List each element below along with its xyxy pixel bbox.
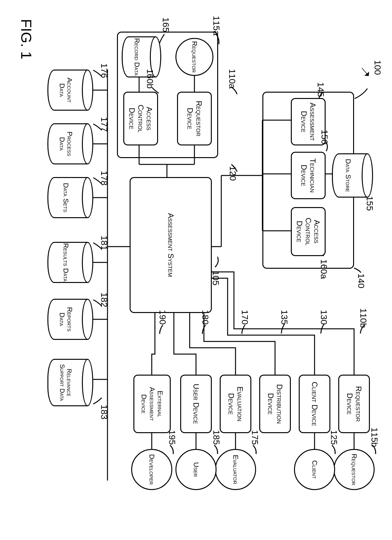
requestor-device-a-label: Requestor Device <box>186 94 203 143</box>
record-data-db: Record Data <box>122 36 161 77</box>
ref-180: 180 <box>200 310 210 325</box>
ref-115a: 115a <box>211 16 221 35</box>
evaluation-device-box: Evaluation Device <box>220 375 251 433</box>
ref-160a: 160a <box>319 259 329 279</box>
user-label: User <box>192 462 199 477</box>
ref-185: 185 <box>211 430 221 445</box>
account-data-label: Account Data <box>58 71 73 110</box>
evaluator-label: Evaluator <box>232 455 239 484</box>
ref-190: 190 <box>157 310 168 325</box>
account-data-db: Account Data <box>47 70 93 111</box>
ref-165: 165 <box>161 17 171 32</box>
requestor-b-label: Requestor <box>350 454 358 485</box>
user-device-box: User Device <box>180 375 212 433</box>
technician-device-label: Technician Device <box>299 154 317 197</box>
results-data-db: Results Data <box>47 242 93 283</box>
results-data-label: Results Data <box>62 243 70 282</box>
access-control-a-label: Access Control Device <box>295 209 322 254</box>
ref-155: 155 <box>364 196 375 211</box>
external-assessment-device-box: External Assessment Device <box>133 375 171 433</box>
ref-135: 135 <box>279 310 289 325</box>
process-data-label: Process Data <box>58 124 73 163</box>
client-device-label: Client Device <box>310 382 319 426</box>
assessment-system-box: Assessment System <box>130 177 212 313</box>
ref-145: 145 <box>315 82 326 97</box>
access-control-b-box: Access Control Device <box>123 92 158 145</box>
assessment-device-label: Assessment Device <box>299 100 317 143</box>
ref-182: 182 <box>99 292 109 307</box>
ref-178: 178 <box>99 171 109 186</box>
access-control-a-box: Access Control Device <box>291 207 326 256</box>
ref-105: 105 <box>211 271 221 285</box>
distribution-device-box: Distribution Device <box>259 375 291 433</box>
ref-120: 120 <box>228 166 238 181</box>
ref-170: 170 <box>240 310 250 325</box>
ref-140: 140 <box>356 273 366 288</box>
evaluation-device-label: Evaluation Device <box>227 377 244 431</box>
relevance-support-data-db: Relevance Support Data <box>47 359 93 406</box>
evaluator-actor: Evaluator <box>215 449 256 490</box>
technician-device-box: Technician Device <box>291 152 326 199</box>
developer-label: Developer <box>148 454 155 485</box>
ref-115b: 115b <box>369 427 379 447</box>
data-store-label: Data Store <box>344 159 352 192</box>
developer-actor: Developer <box>131 449 172 490</box>
assessment-system-label: Assessment System <box>166 213 175 277</box>
reports-data-db: Reports Data <box>47 299 93 340</box>
reports-data-label: Reports Data <box>58 300 73 339</box>
client-device-box: Client Device <box>299 375 330 433</box>
ref-183: 183 <box>99 405 109 420</box>
data-sets-db: Data Sets <box>47 177 93 218</box>
client-actor: Client <box>294 449 335 490</box>
record-data-label: Record Data <box>133 38 141 76</box>
ref-195: 195 <box>167 430 177 445</box>
client-label: Client <box>311 460 318 479</box>
requestor-device-b-box: Requestor Device <box>338 375 370 433</box>
ref-177: 177 <box>99 117 109 132</box>
data-sets-label: Data Sets <box>62 183 70 212</box>
ref-175: 175 <box>250 430 260 445</box>
ref-125: 125 <box>329 430 339 445</box>
requestor-device-b-label: Requestor Device <box>345 377 363 431</box>
ref-100: 100 <box>372 60 383 75</box>
requestor-device-a-box: Requestor Device <box>177 92 212 145</box>
diagram-canvas: Assessment System Assessment Device Tech… <box>0 0 392 540</box>
requestor-a-actor: Requestor <box>175 38 213 76</box>
ref-160b: 160b <box>145 69 155 89</box>
user-actor: User <box>175 449 217 490</box>
requestor-b-actor: Requestor <box>334 449 375 490</box>
ref-130: 130 <box>319 310 329 325</box>
requestor-a-label: Requestor <box>191 41 198 73</box>
access-control-b-label: Access Control Device <box>128 94 154 143</box>
ref-110a: 110a <box>227 69 237 89</box>
process-data-db: Process Data <box>47 123 93 164</box>
ref-176: 176 <box>99 63 109 78</box>
external-assessment-device-label: External Assessment Device <box>140 377 164 431</box>
ref-110b: 110b <box>358 308 368 328</box>
user-device-label: User Device <box>192 384 200 424</box>
data-store-db: Data Store <box>332 153 373 198</box>
ref-181: 181 <box>99 236 109 250</box>
ref-150: 150 <box>319 130 329 144</box>
figure-label: FIG. 1 <box>18 19 35 59</box>
distribution-device-label: Distribution Device <box>266 377 284 431</box>
relevance-support-data-label: Relevance Support Data <box>59 360 73 405</box>
